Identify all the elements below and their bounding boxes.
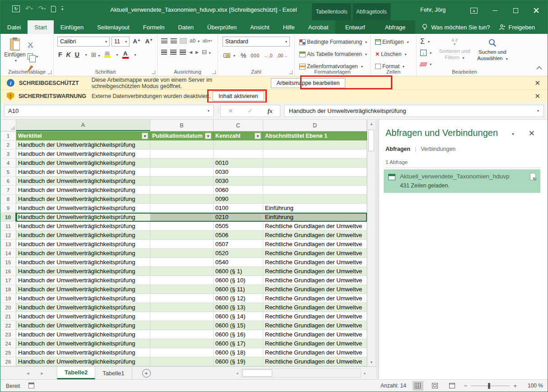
- cell-kennzahl[interactable]: 0600 (§ 1): [214, 267, 263, 276]
- zoom-out-icon[interactable]: −: [464, 383, 468, 389]
- dialog-launcher-icon[interactable]: [48, 70, 51, 74]
- cell-publikationsdatum[interactable]: [150, 177, 214, 186]
- name-box[interactable]: A10▾: [4, 105, 214, 117]
- cell-kennzahl[interactable]: 0506: [214, 231, 263, 240]
- cell-abschnittstitel[interactable]: Rechtliche Grundlagen der Umweltve: [263, 240, 367, 249]
- cell-abschnittstitel[interactable]: [263, 149, 367, 159]
- cell-kennzahl[interactable]: 0030: [214, 168, 263, 177]
- formula-bar-input[interactable]: Handbuch der Umweltverträglichkeitsprüfu…: [284, 105, 544, 117]
- zoom-slider[interactable]: [471, 386, 510, 386]
- scroll-down-icon[interactable]: ▼: [367, 358, 376, 366]
- scroll-up-icon[interactable]: ▲: [367, 120, 376, 128]
- cell-publikationsdatum[interactable]: [150, 213, 214, 222]
- filter-icon[interactable]: ▾: [205, 133, 211, 139]
- row-header[interactable]: 20: [0, 303, 16, 312]
- cell-abschnittstitel[interactable]: [263, 177, 367, 186]
- edit-workbook-button[interactable]: Arbeitsmappe bearbeiten: [271, 78, 346, 88]
- cell-kennzahl[interactable]: 0060: [214, 186, 263, 195]
- cell-publikationsdatum[interactable]: [150, 339, 214, 348]
- wrap-text-button[interactable]: ab↩: [202, 38, 212, 44]
- tab-abfragen[interactable]: Abfragen: [385, 146, 410, 152]
- cell-kennzahl[interactable]: [214, 149, 263, 159]
- cell-abschnittstitel[interactable]: [263, 168, 367, 177]
- increase-decimal-button[interactable]: ←,0: [264, 53, 272, 58]
- cell-kennzahl[interactable]: 0090: [214, 195, 263, 204]
- close-icon[interactable]: ✕: [534, 79, 540, 87]
- row-header[interactable]: 9: [0, 204, 16, 213]
- cell-werktitel[interactable]: Handbuch der Umweltverträglichkeitsprüfu…: [16, 357, 150, 366]
- ribbon-tab[interactable]: Überprüfen: [200, 20, 243, 34]
- cell-werktitel[interactable]: Handbuch der Umweltverträglichkeitsprüfu…: [16, 285, 150, 294]
- cell-abschnittstitel[interactable]: Rechtliche Grundlagen der Umweltve: [263, 339, 367, 348]
- cell-publikationsdatum[interactable]: [150, 312, 214, 321]
- row-header[interactable]: 1: [0, 131, 16, 140]
- row-header[interactable]: 10: [0, 213, 16, 222]
- ribbon-tab[interactable]: Formeln: [136, 20, 172, 34]
- ribbon-tab[interactable]: Entwurf: [335, 20, 375, 34]
- scroll-right-icon[interactable]: ▸: [361, 369, 369, 378]
- sort-filter-button[interactable]: A Z▼ Sortieren und Filtern ▾: [436, 35, 474, 69]
- row-header[interactable]: 26: [0, 357, 16, 366]
- row-header[interactable]: 25: [0, 348, 16, 357]
- cell-publikationsdatum[interactable]: [150, 168, 214, 177]
- cell-publikationsdatum[interactable]: [150, 285, 214, 294]
- pane-menu-icon[interactable]: ▾: [512, 131, 514, 136]
- column-header-c[interactable]: C: [214, 120, 263, 131]
- row-header[interactable]: 4: [0, 159, 16, 168]
- clear-button[interactable]: ▾: [419, 60, 436, 69]
- cell-werktitel[interactable]: Handbuch der Umweltverträglichkeitsprüfu…: [16, 258, 150, 267]
- orientation-button[interactable]: ab▾: [190, 37, 199, 44]
- cell-werktitel[interactable]: Handbuch der Umweltverträglichkeitsprüfu…: [16, 186, 150, 195]
- refresh-file-icon[interactable]: [530, 173, 536, 180]
- cell-publikationsdatum[interactable]: [150, 294, 214, 303]
- cell-publikationsdatum[interactable]: [150, 222, 214, 231]
- cell-werktitel[interactable]: Handbuch der Umweltverträglichkeitsprüfu…: [16, 159, 150, 168]
- cell-publikationsdatum[interactable]: [150, 303, 214, 312]
- cell-kennzahl[interactable]: 0600 (§ 12): [214, 294, 263, 303]
- cell-werktitel[interactable]: Handbuch der Umweltverträglichkeitsprüfu…: [16, 140, 150, 149]
- cell-kennzahl[interactable]: 0600 (§ 16): [214, 330, 263, 339]
- accounting-format-button[interactable]: ▾: [223, 51, 236, 60]
- insert-function-icon[interactable]: fx: [268, 107, 273, 115]
- row-header[interactable]: 22: [0, 321, 16, 330]
- cell-abschnittstitel[interactable]: Rechtliche Grundlagen der Umweltve: [263, 276, 367, 285]
- comma-style-button[interactable]: 000: [251, 53, 260, 58]
- page-break-view-button[interactable]: [447, 381, 458, 391]
- row-header[interactable]: 7: [0, 186, 16, 195]
- fill-button[interactable]: ↓▾: [419, 48, 436, 57]
- cell-publikationsdatum[interactable]: [150, 159, 214, 168]
- normal-view-button[interactable]: [413, 381, 423, 391]
- paste-button[interactable]: Einfügen ▾: [3, 36, 27, 71]
- sheet-tab[interactable]: Tabelle1: [95, 367, 132, 379]
- table-header-publikationsdatum[interactable]: Publikationsdatum▾: [150, 131, 214, 140]
- new-sheet-icon[interactable]: +: [142, 369, 151, 378]
- cell-werktitel[interactable]: Handbuch der Umweltverträglichkeitsprüfu…: [16, 321, 150, 330]
- page-layout-view-button[interactable]: [430, 381, 441, 391]
- row-header[interactable]: 16: [0, 267, 16, 276]
- row-header[interactable]: 17: [0, 276, 16, 285]
- bold-button[interactable]: F: [58, 51, 62, 58]
- row-header[interactable]: 23: [0, 330, 16, 339]
- conditional-formatting-button[interactable]: Bedingte Formatierung▾: [298, 37, 370, 47]
- cell-werktitel[interactable]: Handbuch der Umweltverträglichkeitsprüfu…: [16, 294, 150, 303]
- cell-werktitel[interactable]: Handbuch der Umweltverträglichkeitsprüfu…: [16, 276, 150, 285]
- cell-publikationsdatum[interactable]: [150, 258, 214, 267]
- find-select-button[interactable]: Suchen und Auswählen ▾: [474, 35, 511, 69]
- pane-divider[interactable]: [375, 120, 379, 379]
- row-header[interactable]: 2: [0, 140, 16, 149]
- align-bottom-button[interactable]: [180, 38, 186, 43]
- cell-werktitel[interactable]: Handbuch der Umweltverträglichkeitsprüfu…: [16, 348, 150, 357]
- user-name[interactable]: Fehr, Jörg: [420, 7, 446, 13]
- cell-abschnittstitel[interactable]: Rechtliche Grundlagen der Umweltve: [263, 267, 367, 276]
- row-header[interactable]: 21: [0, 312, 16, 321]
- sheet-tab[interactable]: Tabelle2: [57, 367, 95, 379]
- enable-content-button[interactable]: Inhalt aktivieren: [213, 91, 264, 101]
- underline-button[interactable]: U: [75, 51, 79, 58]
- cell-werktitel[interactable]: Handbuch der Umweltverträglichkeitsprüfu…: [16, 168, 150, 177]
- cell-werktitel[interactable]: Handbuch der Umweltverträglichkeitsprüfu…: [16, 312, 150, 321]
- decrease-decimal-button[interactable]: ,00→: [277, 53, 288, 58]
- row-header[interactable]: 11: [0, 222, 16, 231]
- vertical-scroll-thumb[interactable]: [368, 130, 374, 151]
- table-header-werktitel[interactable]: Werktitel▾: [16, 131, 150, 140]
- ribbon-tab[interactable]: Ansicht: [243, 20, 276, 34]
